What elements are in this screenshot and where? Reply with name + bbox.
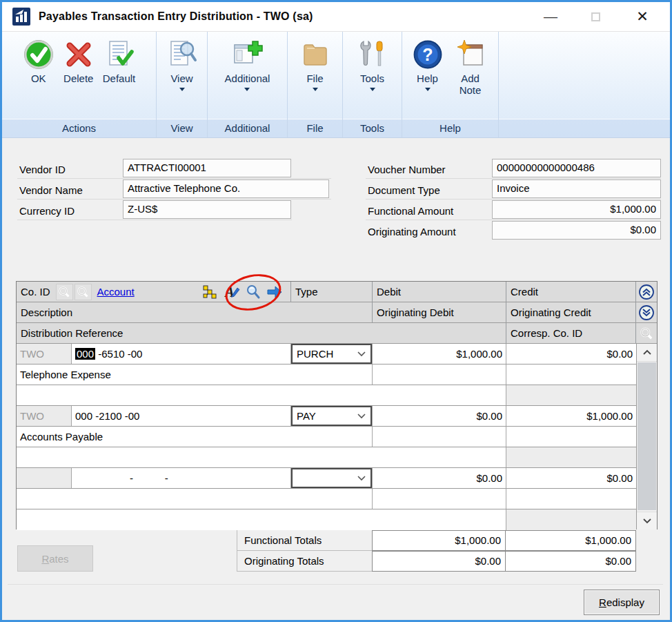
toolbar-group-help: ? Help Add Note Help [402,32,499,137]
account-cell[interactable]: - - [72,468,291,488]
distribution-reference-cell[interactable] [17,509,506,530]
ghost-magnifier-icon [640,327,653,340]
default-button[interactable]: Default [100,37,139,86]
document-type-label: Document Type [368,184,440,196]
originating-credit-cell [506,427,636,447]
group-caption-help: Help [402,119,498,137]
view-dropdown-arrow-icon [179,88,185,91]
file-dropdown-arrow-icon [313,88,318,91]
originating-amount-label: Originating Amount [368,226,456,237]
type-dropdown[interactable]: PAY [291,406,372,426]
account-cell[interactable]: 000 -2100 -00 [72,406,291,426]
rates-label: Rates [41,553,68,565]
credit-cell[interactable]: $0.00 [506,468,636,488]
expand-rows-button[interactable] [638,304,655,322]
distribution-row: TWO 000 -2100 -00 PAY $0.00 $1,000.00 [17,406,657,427]
chevron-down-icon [357,475,366,482]
type-dropdown[interactable] [291,468,372,488]
corresp-co-id-header: Corresp. Co. ID [506,323,636,343]
delete-label: Delete [63,73,93,85]
wrench-screwdriver-icon [357,39,388,70]
maximize-icon [591,12,600,21]
originating-credit-cell [506,489,636,509]
account-segment-selected[interactable]: 000 [75,348,95,360]
distribution-grid: Co. ID Account [16,281,658,529]
currency-id-field[interactable]: Z-US$ [123,200,291,219]
help-label: Help [417,73,438,85]
help-button[interactable]: ? Help [409,37,446,93]
originating-debit-cell [373,427,506,447]
credit-cell[interactable]: $1,000.00 [506,406,636,426]
debit-cell[interactable]: $1,000.00 [373,344,506,364]
originating-amount-field: $0.00 [492,221,661,240]
description-cell[interactable]: Telephone Expense [17,365,373,385]
distribution-row: - - $0.00 $0.00 [17,468,657,489]
document-type-field[interactable]: Invoice [492,179,661,198]
description-cell[interactable] [17,489,373,509]
debit-cell[interactable]: $0.00 [373,406,506,426]
description-cell[interactable]: Accounts Payable [17,427,373,447]
minimize-button[interactable]: — [537,2,564,31]
co-id-cell: TWO [17,344,72,364]
additional-dropdown-arrow-icon [244,88,250,91]
view-button[interactable]: View [164,37,201,93]
account-link[interactable]: Account [97,286,135,298]
distribution-row: TWO 000 -6510 -00 PURCH $1,000.00 $0.00 [17,344,657,365]
title-bar: Payables Transaction Entry Distribution … [2,2,670,31]
distribution-reference-cell[interactable] [17,447,506,467]
grid-scrollbar[interactable] [636,344,657,529]
field-divider [366,220,661,220]
toolbar-group-file: File File [288,32,343,137]
co-id-lookup-button-2[interactable] [75,284,92,300]
debit-header: Debit [373,282,506,302]
scrollbar-thumb[interactable] [638,362,656,510]
help-dropdown-arrow-icon [425,88,431,91]
distribution-reference-cell[interactable] [17,385,506,405]
vendor-name-field[interactable]: Attractive Telephone Co. [123,179,329,198]
group-caption-tools: Tools [343,119,402,137]
vendor-name-label: Vendor Name [19,184,83,196]
redisplay-button[interactable]: Redisplay [584,590,660,615]
collapse-rows-cell [636,282,657,302]
description-header: Description [17,302,373,322]
account-segments[interactable]: -6510 -00 [95,348,142,360]
additional-button[interactable]: Additional [222,37,273,93]
scroll-up-button[interactable] [637,344,657,362]
rates-button[interactable]: Rates [17,545,93,572]
close-button[interactable]: ✕ [626,2,658,31]
toolbar-group-additional: Additional Additional [208,32,288,137]
chevron-down-icon [357,351,366,358]
field-divider [366,178,661,179]
type-dropdown[interactable]: PURCH [291,344,372,364]
account-cell[interactable]: 000 -6510 -00 [72,344,291,364]
group-caption-additional: Additional [208,119,287,137]
ok-button[interactable]: OK [20,37,57,86]
collapse-rows-button[interactable] [638,283,655,301]
delete-button[interactable]: Delete [60,37,97,86]
functional-totals-credit: $1,000.00 [505,530,636,551]
distribution-reference-row [17,509,657,530]
distribution-reference-header: Distribution Reference [17,323,506,343]
voucher-number-field[interactable]: 00000000000000486 [492,159,661,177]
file-button[interactable]: File [297,37,334,93]
distribution-reference-row [17,385,657,406]
corresp-co-id-cell [506,509,636,530]
originating-debit-cell [373,489,506,509]
add-note-label: Add Note [452,73,489,97]
debit-cell[interactable]: $0.00 [373,468,506,488]
maximize-button[interactable] [582,2,609,31]
add-note-button[interactable]: Add Note [449,37,492,98]
account-hierarchy-icon[interactable] [202,284,217,300]
co-id-lookup-button[interactable] [56,284,73,300]
tools-button[interactable]: Tools [354,37,391,93]
co-id-header: Co. ID [21,286,50,298]
distribution-description-row: Accounts Payable [17,427,657,447]
vendor-id-field[interactable]: ATTRACTI00001 [123,159,291,177]
toolbar-group-actions: OK Delete Default [2,32,157,137]
credit-cell[interactable]: $0.00 [506,344,636,364]
ok-check-icon [23,39,55,70]
scroll-down-button[interactable] [637,512,657,529]
type-cell: PAY [291,406,373,426]
file-label: File [306,73,323,85]
double-chevron-down-icon [638,304,655,321]
